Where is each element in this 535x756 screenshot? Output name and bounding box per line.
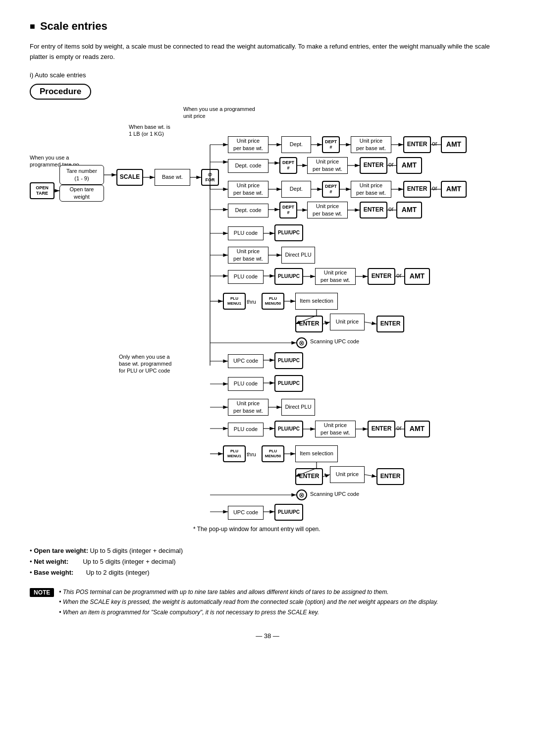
plu-upc-lower-upc[interactable]: PLU/UPC [274, 504, 303, 521]
enter-star-1[interactable]: ENTER [295, 316, 323, 332]
dept-row2: Dept. [281, 181, 311, 198]
unit-price-base-row3: Unit priceper base wt. [315, 268, 356, 285]
note-content: • This POS terminal can be programmed wi… [59, 587, 438, 617]
plu-code-lower2: PLU code [228, 423, 264, 436]
unit-price-base-lower-direct: Unit priceper base wt. [228, 399, 268, 416]
note-item-2: • When the SCALE key is pressed, the wei… [59, 597, 438, 607]
enter-row2b[interactable]: ENTER [360, 202, 387, 218]
amt-row1[interactable]: AMT [396, 157, 422, 174]
enter-lower-row3[interactable]: ENTER [368, 421, 395, 437]
unit-price-base-after-dept-row2: Unit priceper base wt. [351, 181, 391, 198]
plu-upc-upc1[interactable]: PLU/UPC [274, 352, 303, 369]
or-row3: or [396, 272, 402, 279]
or-lower-row3: or [396, 425, 402, 432]
dept-hash-row2b[interactable]: DEPT# [279, 202, 297, 218]
item-selection-lower: Item selection [295, 445, 338, 462]
unit-price-lower: Unit price [330, 466, 365, 483]
plu-code-row1: PLU code [228, 226, 264, 240]
plu-upc-lower1[interactable]: PLU/UPC [274, 375, 303, 392]
unit-price-base-after-dept-top: Unit priceper base wt. [351, 136, 391, 153]
or-row2b: or [388, 206, 394, 213]
scanning-upc-lower: Scanning UPC code [310, 491, 359, 497]
note-net-weight: • Net weight: Up to 5 digits (integer + … [30, 556, 505, 567]
plu-menu1-lower[interactable]: PLUMENU1 [223, 445, 246, 462]
note-box: NOTE • This POS terminal can be programm… [30, 587, 505, 617]
unit-price-base-top: Unit priceper base wt. [228, 136, 268, 153]
flow-diagram: When you use a programmedunit price When… [30, 106, 505, 537]
enter-final-lower[interactable]: ENTER [376, 468, 404, 485]
thru-text-lower: thru [247, 451, 256, 457]
plu-code-row2: PLU code [228, 270, 264, 284]
notes-section: • Open tare weight: Up to 5 digits (inte… [30, 545, 505, 578]
base-wt-box: Base wt. [155, 169, 190, 186]
amt-row2b[interactable]: AMT [396, 202, 422, 218]
unit-price-base-direct: Unit priceper base wt. [228, 247, 268, 264]
enter-row1[interactable]: ENTER [360, 157, 387, 174]
amt-top[interactable]: AMT [441, 136, 467, 153]
enter-row2[interactable]: ENTER [403, 181, 431, 198]
or-row2: or [432, 185, 437, 192]
scan-upc-circle-lower: ⊗ [296, 489, 307, 500]
dept-hash-1[interactable]: DEPT# [279, 157, 297, 174]
item-selection-1: Item selection [295, 293, 338, 310]
annot-base-wt-programmed: Only when you use abase wt. programmedfo… [119, 353, 183, 375]
star-1: * [324, 320, 326, 326]
plu-code-lower1: PLU code [228, 377, 264, 391]
plu-menu50-1[interactable]: PLUMENU50 [262, 293, 284, 310]
open-tare-key[interactable]: OPEN TARE [30, 182, 54, 199]
direct-plu-1: Direct PLU [281, 247, 315, 264]
popup-note: * The pop-up window for amount entry wil… [193, 526, 321, 534]
amt-row3[interactable]: AMT [404, 268, 430, 285]
note-item-1: • This POS terminal can be programmed wi… [59, 587, 438, 597]
plu-menu1-1[interactable]: PLUMENU1 [223, 293, 246, 310]
page-number: — 38 — [30, 632, 505, 640]
dept-code-row2b: Dept. code [228, 204, 268, 217]
open-tare-weight-box: Open tareweight [59, 185, 104, 202]
enter-top[interactable]: ENTER [403, 136, 431, 153]
svg-line-44 [365, 322, 376, 324]
scanning-upc-1: Scanning UPC code [310, 338, 359, 344]
procedure-badge: Procedure [30, 84, 91, 100]
at-for-key[interactable]: @FOR [201, 169, 219, 186]
enter-final-1[interactable]: ENTER [376, 316, 404, 332]
upc-code-lower: UPC code [228, 506, 264, 520]
scale-key[interactable]: SCALE [116, 169, 143, 186]
note-open-tare: • Open tare weight: Up to 5 digits (inte… [30, 545, 505, 556]
plu-menu50-lower[interactable]: PLUMENU50 [262, 445, 284, 462]
note-base-weight: • Base weight: Up to 2 digits (integer) [30, 567, 505, 578]
plu-upc-lower2[interactable]: PLU/UPC [274, 421, 303, 437]
svg-line-62 [365, 475, 376, 477]
dept-code-1: Dept. code [228, 159, 268, 173]
upc-code-row1: UPC code [228, 354, 264, 368]
enter-star-lower[interactable]: ENTER [295, 468, 323, 485]
thru-text-1: thru [247, 299, 256, 305]
subsection-label: i) Auto scale entries [30, 71, 505, 79]
plu-upc-row1[interactable]: PLU/UPC [274, 224, 303, 241]
tare-number-box: Tare number(1 - 9) [59, 165, 104, 185]
plu-upc-row2[interactable]: PLU/UPC [274, 268, 303, 285]
star-lower: * [324, 472, 326, 479]
unit-price-base-row2: Unit priceper base wt. [228, 181, 268, 198]
unit-price-base-row2b: Unit priceper base wt. [307, 202, 348, 218]
scan-upc-circle-1: ⊗ [296, 337, 307, 348]
annot-base-wt-1lb: When base wt. is1 LB (or 1 KG) [129, 123, 193, 138]
dept-hash-top[interactable]: DEPT# [322, 136, 340, 153]
note-item-3: • When an item is programmed for "Scale … [59, 607, 438, 617]
direct-plu-lower: Direct PLU [281, 399, 315, 416]
intro-paragraph: For entry of items sold by weight, a sca… [30, 42, 505, 62]
annot-programmed-unit-price: When you use a programmedunit price [183, 106, 263, 120]
dept-top: Dept. [281, 136, 311, 153]
amt-row2[interactable]: AMT [441, 181, 467, 198]
unit-price-base-lower-row3: Unit priceper base wt. [315, 421, 356, 437]
or-row1: or [388, 161, 394, 168]
amt-lower-row3[interactable]: AMT [404, 421, 430, 437]
or-top: or [432, 140, 437, 147]
unit-price-enter-1: Unit price [330, 314, 365, 330]
section-title: Scale entries [30, 20, 505, 33]
unit-price-base-row1: Unit priceper base wt. [307, 157, 348, 174]
dept-hash-row2[interactable]: DEPT# [322, 181, 340, 198]
note-label: NOTE [30, 588, 54, 597]
enter-row3[interactable]: ENTER [368, 268, 395, 285]
